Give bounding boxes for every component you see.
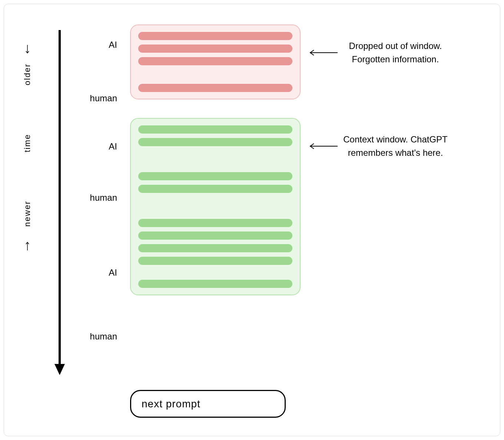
message-group-human (138, 172, 292, 193)
message-line (138, 219, 292, 227)
role-label-ai: AI (109, 40, 117, 50)
message-line (138, 232, 292, 240)
axis-label-time: time (23, 134, 32, 152)
conversation-panels (130, 24, 301, 295)
time-axis: older time newer (23, 30, 52, 375)
role-label-human: human (90, 331, 117, 342)
time-axis-labels: older time newer (23, 30, 33, 375)
message-group-ai (138, 125, 292, 146)
axis-label-older: older (23, 63, 32, 85)
annotation-dropped: Dropped out of window. Forgotten informa… (308, 39, 451, 66)
axis-down-arrow-icon (23, 242, 32, 250)
arrow-left-icon (308, 49, 338, 56)
message-line (138, 125, 292, 134)
context-window-panel (130, 118, 301, 295)
message-group-ai (138, 32, 292, 65)
role-label-human: human (90, 193, 117, 203)
dropped-window-panel (130, 24, 301, 99)
message-line (138, 280, 292, 288)
annotation-text: Context window. ChatGPT remembers what's… (340, 133, 451, 160)
time-arrow-icon (52, 30, 67, 375)
annotation-context: Context window. ChatGPT remembers what's… (308, 133, 451, 160)
message-group-ai (138, 219, 292, 265)
diagram-canvas: older time newer AI human AI human AI hu… (4, 4, 500, 436)
message-line (138, 257, 292, 265)
message-line (138, 84, 292, 92)
message-group-human (138, 84, 292, 92)
role-label-ai: AI (109, 141, 117, 152)
next-prompt-input[interactable]: next prompt (130, 390, 286, 418)
message-line (138, 45, 292, 53)
message-group-human (138, 280, 292, 288)
message-line (138, 138, 292, 146)
annotation-text: Dropped out of window. Forgotten informa… (340, 39, 451, 66)
svg-marker-3 (54, 364, 65, 375)
role-label-ai: AI (109, 267, 117, 278)
message-line (138, 244, 292, 252)
message-line (138, 172, 292, 180)
arrow-left-icon (308, 142, 338, 150)
axis-up-arrow-icon (23, 45, 32, 54)
prompt-label: next prompt (142, 398, 200, 410)
axis-label-newer: newer (23, 201, 32, 227)
message-line (138, 32, 292, 40)
role-label-human: human (90, 93, 117, 104)
message-line (138, 57, 292, 65)
message-line (138, 185, 292, 193)
